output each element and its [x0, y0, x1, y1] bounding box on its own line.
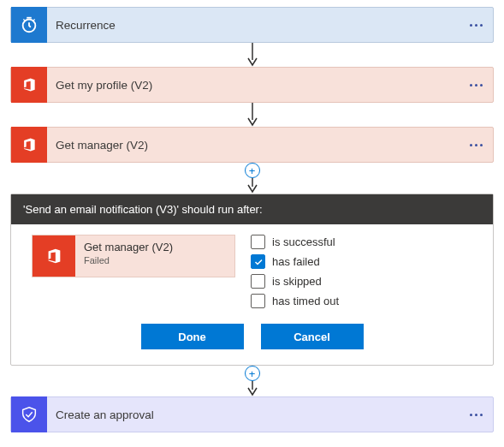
checkbox-icon — [251, 235, 265, 249]
flow-arrow — [10, 43, 494, 67]
condition-label: is skipped — [272, 275, 322, 288]
step-title: Create an approval — [56, 408, 154, 421]
run-after-panel: 'Send an email notification (V3)' should… — [10, 194, 494, 366]
done-button[interactable]: Done — [141, 324, 244, 349]
checkbox-icon — [251, 294, 265, 308]
ellipsis-icon — [470, 144, 472, 146]
cancel-button[interactable]: Cancel — [261, 324, 364, 349]
step-menu-button[interactable] — [470, 68, 483, 102]
step-get-manager[interactable]: Get manager (V2) — [10, 127, 494, 163]
office-icon — [11, 127, 47, 163]
approval-icon — [11, 396, 47, 432]
condition-label: is successful — [272, 235, 335, 248]
condition-is-skipped[interactable]: is skipped — [251, 274, 472, 289]
office-icon — [11, 67, 47, 103]
condition-is-successful[interactable]: is successful — [251, 235, 472, 249]
flow-arrow: + — [10, 163, 494, 194]
predecessor-status: Failed — [84, 255, 173, 265]
step-get-my-profile[interactable]: Get my profile (V2) — [10, 67, 494, 103]
predecessor-title: Get manager (V2) — [84, 241, 173, 253]
office-icon — [33, 235, 75, 277]
checkbox-icon — [251, 254, 265, 269]
step-title: Get manager (V2) — [56, 139, 148, 152]
flow-arrow: + — [10, 366, 494, 396]
predecessor-card: Get manager (V2) Failed — [32, 235, 235, 277]
add-step-button[interactable]: + — [245, 366, 260, 381]
condition-has-failed[interactable]: has failed — [251, 254, 472, 269]
step-recurrence[interactable]: Recurrence — [10, 7, 494, 43]
step-title: Get my profile (V2) — [56, 79, 152, 92]
condition-label: has failed — [272, 255, 320, 268]
condition-has-timed-out[interactable]: has timed out — [251, 294, 472, 308]
ellipsis-icon — [470, 414, 472, 416]
step-menu-button[interactable] — [470, 8, 483, 42]
clock-icon — [11, 7, 47, 43]
step-create-approval[interactable]: Create an approval — [10, 396, 494, 432]
condition-label: has timed out — [272, 295, 339, 307]
run-after-conditions: is successful has failed is skipped has … — [251, 235, 472, 308]
checkbox-icon — [251, 274, 265, 289]
step-menu-button[interactable] — [470, 397, 483, 432]
step-title: Recurrence — [56, 19, 116, 32]
run-after-header: 'Send an email notification (V3)' should… — [11, 194, 493, 224]
flow-arrow — [10, 103, 494, 127]
add-step-button[interactable]: + — [245, 163, 260, 178]
ellipsis-icon — [470, 24, 472, 27]
ellipsis-icon — [470, 84, 472, 86]
step-menu-button[interactable] — [470, 128, 483, 162]
